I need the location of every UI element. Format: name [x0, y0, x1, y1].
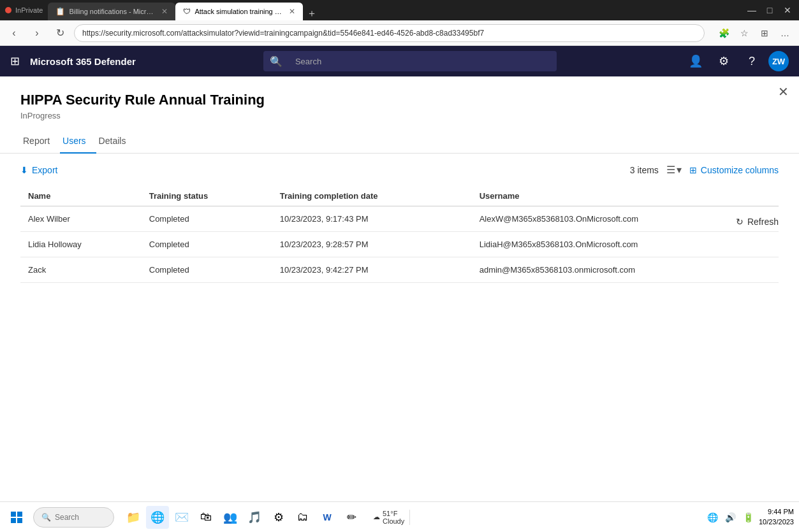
weather-widget: ☁ 51°F Cloudy [368, 510, 410, 525]
network-icon[interactable]: 🌐 [705, 510, 721, 525]
extensions-button[interactable]: 🧩 [715, 24, 733, 42]
cell-username: admin@M365x85368103.onmicrosoft.com [472, 257, 779, 283]
browser-toolbar: ‹ › ↻ 🧩 ☆ ⊞ … [0, 20, 799, 46]
customize-label: Customize columns [701, 165, 779, 175]
table-row[interactable]: Zack Completed 10/23/2023, 9:42:27 PM ad… [20, 257, 779, 283]
refresh-icon: ↻ [736, 217, 744, 227]
table-body: Alex Wilber Completed 10/23/2023, 9:17:4… [20, 206, 779, 283]
tab-details[interactable]: Details [96, 131, 136, 154]
taskbar: 🔍 📁 🌐 ✉️ 🛍 👥 🎵 ⚙ 🗂 W ✏ ☁ 51°F Cloudy 🌐 [0, 501, 799, 532]
cell-status: Completed [142, 257, 272, 283]
taskbar-spotify-icon[interactable]: 🎵 [243, 506, 266, 529]
taskbar-search-box[interactable]: 🔍 [33, 507, 114, 528]
panel-status: InProgress [20, 111, 779, 120]
taskbar-search-icon: 🔍 [41, 513, 51, 522]
export-label: Export [32, 165, 57, 175]
grid-icon[interactable]: ⊞ [10, 54, 20, 68]
view-dropdown-button[interactable]: ▾ [677, 164, 682, 176]
export-button[interactable]: ⬇ Export [20, 165, 57, 175]
tab1-close[interactable]: ✕ [161, 7, 168, 16]
taskbar-sys-icons: 🌐 🔊 🔋 [705, 510, 756, 525]
new-tab-button[interactable]: ＋ [303, 7, 321, 20]
browser-tab-inactive[interactable]: 📋 Billing notifications - Microsof... ✕ [48, 3, 175, 20]
taskbar-store-icon[interactable]: 🛍 [194, 506, 217, 529]
help-icon-button[interactable]: ? [740, 50, 763, 73]
taskbar-explorer-icon[interactable]: 📁 [122, 506, 145, 529]
taskbar-settings-icon[interactable]: ⚙ [267, 506, 290, 529]
table-header: Name Training status Training completion… [20, 186, 779, 206]
refresh-label: Refresh [747, 217, 779, 227]
col-header-completion-date: Training completion date [272, 186, 472, 206]
col-header-username: Username [472, 186, 779, 206]
svg-rect-1 [17, 512, 22, 517]
cell-name: Lidia Holloway [20, 232, 142, 257]
search-icon: 🔍 [270, 55, 282, 68]
tab-bar: 📋 Billing notifications - Microsof... ✕ … [48, 0, 740, 20]
browser-menu-button[interactable]: … [776, 24, 794, 42]
items-count: 3 items [630, 165, 659, 175]
taskbar-word-icon[interactable]: W [316, 506, 339, 529]
tab1-icon: 📋 [55, 7, 65, 16]
favorites-button[interactable]: ☆ [735, 24, 753, 42]
inprivate-badge: InPrivate [15, 6, 43, 14]
tab2-icon: 🛡 [183, 7, 191, 16]
col-header-name: Name [20, 186, 142, 206]
cell-name: Zack [20, 257, 142, 283]
collections-button[interactable]: ⊞ [756, 24, 773, 42]
list-view-button[interactable]: ☰ [666, 164, 675, 176]
export-icon: ⬇ [20, 165, 28, 175]
weather-condition: Cloudy [383, 517, 404, 525]
customize-columns-button[interactable]: ⊞ Customize columns [689, 165, 779, 175]
table-toolbar: ⬇ Export 3 items ☰ ▾ ⊞ Customize columns [0, 154, 799, 186]
address-bar[interactable] [74, 24, 705, 42]
start-button[interactable] [5, 506, 28, 529]
taskbar-fileexp-icon[interactable]: 🗂 [291, 506, 314, 529]
taskbar-pen-icon[interactable]: ✏ [340, 506, 363, 529]
refresh-panel-button[interactable]: ↻ Refresh [736, 217, 779, 227]
svg-rect-2 [11, 518, 16, 523]
browser-frame: InPrivate 📋 Billing notifications - Micr… [0, 0, 799, 532]
refresh-button[interactable]: ↻ [51, 24, 69, 42]
panel-title: HIPPA Security Rule Annual Training [20, 92, 779, 108]
tab-users[interactable]: Users [60, 131, 96, 154]
table-wrapper: Name Training status Training completion… [0, 186, 799, 501]
tab2-label: Attack simulation training - Micr... [194, 8, 282, 15]
browser-tab-active[interactable]: 🛡 Attack simulation training - Micr... ✕ [175, 3, 303, 20]
browser-toolbar-icons: 🧩 ☆ ⊞ … [715, 24, 794, 42]
app-header-icons: 👤 ⚙ ? ZW [684, 50, 789, 73]
svg-rect-3 [17, 518, 22, 523]
taskbar-right: 🌐 🔊 🔋 9:44 PM 10/23/2023 [705, 507, 794, 527]
tabs-bar: Report Users Details [0, 120, 799, 154]
columns-icon: ⊞ [689, 165, 697, 175]
person-icon-button[interactable]: 👤 [684, 50, 707, 73]
forward-button[interactable]: › [28, 24, 46, 42]
table-row[interactable]: Alex Wilber Completed 10/23/2023, 9:17:4… [20, 206, 779, 232]
app-header: ⊞ Microsoft 365 Defender 🔍 👤 ⚙ ? ZW [0, 46, 799, 76]
close-window-button[interactable]: ✕ [781, 5, 794, 15]
weather-temp: 51°F [383, 510, 404, 517]
taskbar-teams-icon[interactable]: 👥 [219, 506, 242, 529]
taskbar-edge-icon[interactable]: 🌐 [146, 506, 169, 529]
battery-icon[interactable]: 🔋 [741, 510, 756, 525]
cell-completion-date: 10/23/2023, 9:28:57 PM [272, 232, 472, 257]
right-controls: 3 items ☰ ▾ ⊞ Customize columns [630, 164, 779, 176]
cell-status: Completed [142, 232, 272, 257]
table-row[interactable]: Lidia Holloway Completed 10/23/2023, 9:2… [20, 232, 779, 257]
taskbar-search-input[interactable] [55, 513, 106, 522]
volume-icon[interactable]: 🔊 [723, 510, 738, 525]
view-toggle: ☰ ▾ [666, 164, 682, 176]
panel-close-button[interactable]: ✕ [778, 84, 789, 99]
clock-date: 10/23/2023 [759, 517, 794, 527]
app-search-input[interactable] [288, 51, 550, 71]
tab2-close[interactable]: ✕ [289, 7, 295, 16]
app-title: Microsoft 365 Defender [30, 56, 136, 67]
settings-icon-button[interactable]: ⚙ [712, 50, 735, 73]
tab-report[interactable]: Report [20, 131, 60, 154]
avatar[interactable]: ZW [768, 51, 789, 71]
clock-time: 9:44 PM [759, 507, 794, 517]
back-button[interactable]: ‹ [5, 24, 23, 42]
taskbar-mail-icon[interactable]: ✉️ [170, 506, 193, 529]
minimize-button[interactable]: — [745, 5, 758, 15]
maximize-button[interactable]: □ [763, 5, 776, 15]
users-table: Name Training status Training completion… [20, 186, 779, 283]
